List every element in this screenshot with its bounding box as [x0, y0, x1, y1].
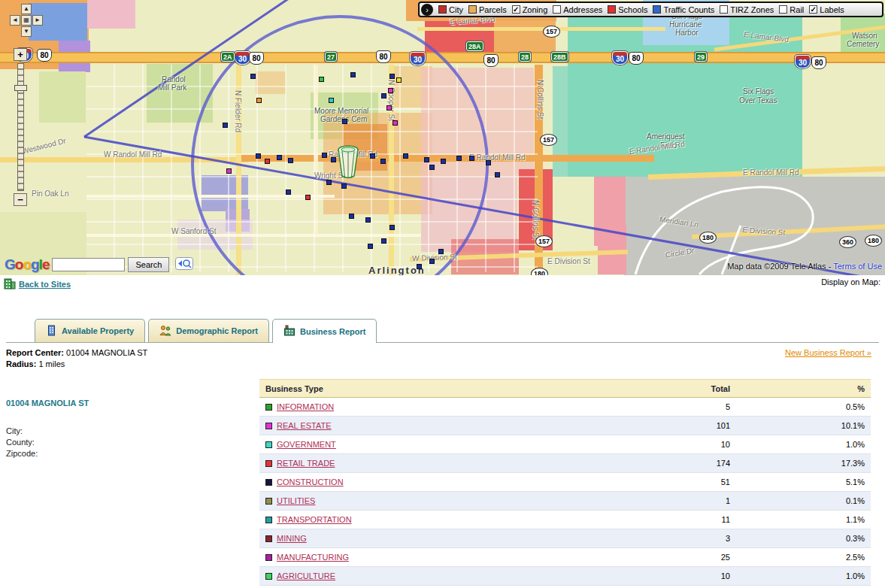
pan-down-button[interactable]: ▼	[21, 26, 32, 37]
magnifier-icon[interactable]	[175, 257, 193, 273]
business-marker[interactable]	[277, 155, 282, 160]
pan-center-button[interactable]: ▦	[21, 15, 32, 26]
business-marker[interactable]	[396, 77, 402, 83]
zoom-slider-handle[interactable]	[14, 85, 27, 91]
business-type-link[interactable]: REAL ESTATE	[277, 421, 332, 430]
business-marker[interactable]	[368, 244, 373, 249]
pan-right-button[interactable]: ►	[32, 15, 43, 26]
business-marker[interactable]	[226, 168, 232, 174]
business-type-link[interactable]: GOVERNMENT	[277, 440, 336, 449]
total-cell: 51	[587, 473, 730, 492]
business-marker[interactable]	[256, 98, 262, 103]
business-marker[interactable]	[370, 153, 375, 159]
total-cell: 10	[587, 567, 730, 586]
zoom-out-button[interactable]: −	[14, 193, 27, 206]
percent-cell: 1.0%	[730, 567, 871, 586]
business-marker[interactable]	[388, 88, 393, 93]
shield-us-80: 80	[629, 52, 644, 65]
business-marker[interactable]	[417, 264, 422, 269]
pan-left-button[interactable]: ◄	[10, 15, 20, 26]
business-marker[interactable]	[456, 156, 462, 161]
layer-toggle-parcels[interactable]: Parcels	[468, 5, 507, 14]
map-search-button[interactable]: Search	[128, 257, 169, 272]
labels-checkbox[interactable]: ✓	[809, 5, 817, 14]
business-type-cell: CONSTRUCTION	[259, 473, 587, 492]
business-marker[interactable]	[403, 153, 408, 159]
rail-checkbox[interactable]	[779, 5, 787, 14]
back-to-sites-link[interactable]: Back to Sites	[3, 277, 71, 291]
business-marker[interactable]	[365, 217, 371, 223]
shield-interstate-30: 30	[410, 52, 426, 65]
layer-toggle-zoning[interactable]: ✓Zoning	[512, 5, 548, 14]
business-marker[interactable]	[381, 93, 386, 99]
business-marker[interactable]	[429, 165, 435, 170]
business-type-link[interactable]: RETAIL TRADE	[277, 459, 335, 468]
tirz-zones-checkbox[interactable]	[720, 5, 728, 14]
layer-toggle-traffic-counts[interactable]: Traffic Counts	[653, 5, 714, 14]
table-row-transportation: TRANSPORTATION111.1%	[259, 511, 871, 529]
business-marker[interactable]	[441, 159, 446, 164]
tab-available-property[interactable]: Available Property	[35, 319, 145, 342]
layer-toggle-addresses[interactable]: Addresses	[553, 5, 602, 14]
business-marker[interactable]	[341, 183, 347, 189]
business-type-link[interactable]: MINING	[277, 534, 307, 543]
total-cell: 25	[587, 548, 730, 567]
business-type-link[interactable]: AGRICULTURE	[277, 571, 335, 580]
business-marker[interactable]	[495, 172, 500, 177]
business-marker[interactable]	[265, 159, 270, 164]
percent-cell: 17.3%	[730, 454, 871, 473]
business-marker[interactable]	[381, 238, 386, 244]
category-color-swatch	[265, 460, 272, 467]
business-type-link[interactable]: CONSTRUCTION	[277, 477, 344, 486]
business-marker[interactable]	[389, 74, 395, 79]
property-building-icon	[46, 325, 57, 338]
business-type-link[interactable]: TRANSPORTATION	[277, 515, 352, 524]
terms-of-use-link[interactable]: Terms of Use	[833, 262, 882, 271]
business-marker[interactable]	[349, 214, 354, 219]
zoom-in-button[interactable]: +	[14, 48, 27, 61]
business-marker[interactable]	[250, 74, 256, 79]
business-marker[interactable]	[286, 189, 291, 195]
business-marker[interactable]	[424, 157, 429, 162]
map-search-input[interactable]	[52, 258, 125, 271]
business-marker[interactable]	[326, 180, 332, 185]
pan-up-button[interactable]: ▲	[21, 4, 32, 14]
layer-toggle-city[interactable]: City	[438, 5, 463, 14]
business-marker[interactable]	[322, 153, 327, 158]
business-marker[interactable]	[319, 77, 324, 82]
business-type-link[interactable]: INFORMATION	[277, 402, 334, 411]
site-name: 01004 MAGNOLIA ST	[6, 399, 259, 408]
business-marker[interactable]	[386, 105, 392, 111]
business-marker[interactable]	[389, 225, 395, 230]
map[interactable]: E Lamar BlvdE Lamar BlvdSix FlagsHurrica…	[0, 0, 885, 275]
business-marker[interactable]	[305, 195, 311, 200]
layer-toggle-schools[interactable]: Schools	[608, 5, 647, 14]
business-marker[interactable]	[223, 123, 228, 128]
business-marker[interactable]	[438, 249, 444, 254]
layer-toggle-rail[interactable]: Rail	[779, 5, 804, 14]
zoom-slider-track[interactable]	[17, 63, 24, 191]
business-marker[interactable]	[256, 153, 261, 159]
business-marker[interactable]	[342, 119, 347, 124]
business-marker[interactable]	[288, 158, 293, 163]
business-marker[interactable]	[469, 156, 474, 161]
tab-business-report[interactable]: Business Report	[272, 319, 377, 343]
addresses-checkbox[interactable]	[553, 5, 561, 14]
zoning-checkbox[interactable]: ✓	[512, 5, 520, 14]
business-marker[interactable]	[486, 160, 491, 165]
new-business-report-link[interactable]: New Business Report »	[785, 347, 871, 370]
business-marker[interactable]	[380, 159, 386, 164]
site-center-icon[interactable]	[335, 143, 361, 183]
business-type-link[interactable]: UTILITIES	[277, 496, 315, 505]
business-type-link[interactable]: MANUFACTURING	[277, 553, 349, 562]
tab-demographic-report[interactable]: Demographic Report	[148, 319, 269, 342]
layer-label: Schools	[618, 5, 647, 14]
layers-expand-button[interactable]: ›	[421, 4, 433, 16]
business-marker[interactable]	[350, 72, 356, 77]
layer-toggle-labels[interactable]: ✓Labels	[809, 5, 844, 14]
business-marker[interactable]	[329, 98, 334, 103]
business-marker[interactable]	[429, 259, 435, 264]
layer-toggle-tirz-zones[interactable]: TIRZ Zones	[720, 5, 774, 14]
business-marker[interactable]	[392, 120, 398, 126]
business-type-cell: GOVERNMENT	[259, 435, 587, 454]
